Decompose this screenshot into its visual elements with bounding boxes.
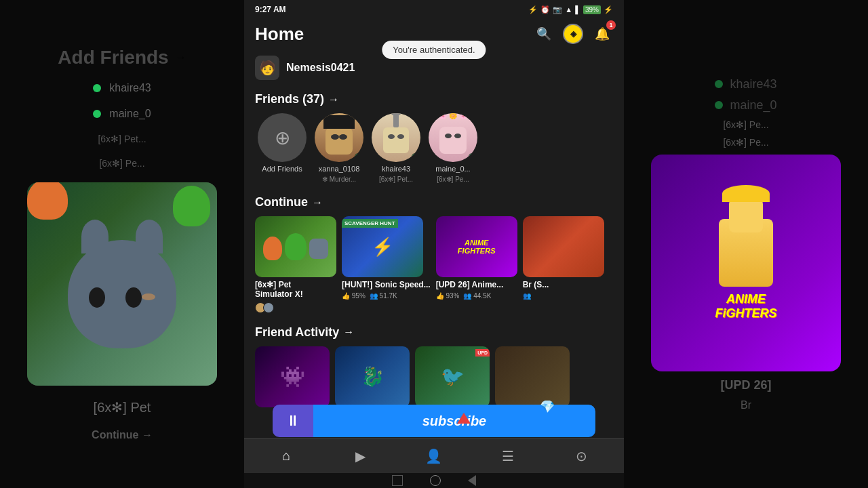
- sonic-icon: ⚡: [372, 237, 393, 258]
- right-online-dot-2: [715, 101, 723, 109]
- friend-status-maine: [6x✻] Pe...: [437, 176, 469, 183]
- cursor-arrow: [457, 413, 471, 424]
- play-icon: ▶: [355, 448, 366, 464]
- left-continue-btn: Continue →: [92, 429, 153, 441]
- right-game-preview: ANIMEFiGHTERS: [651, 155, 841, 371]
- left-add-friends-label: Add Friends: [58, 47, 168, 68]
- nav-play[interactable]: ▶: [345, 441, 375, 471]
- chat-icon: ☰: [502, 448, 514, 464]
- subscribe-pause-icon: ⏸: [273, 405, 313, 437]
- page-wrapper: Add Friends → khaire43 maine_0 [6x✻] Pet…: [0, 0, 868, 488]
- friend-status-khaire: [6x✻] Pet...: [379, 176, 413, 183]
- games-list[interactable]: [6x✻] PetSimulator X! SCAVENGER HUNT ⚡: [244, 214, 624, 319]
- sys-square-btn[interactable]: [392, 475, 403, 486]
- left-friend-name-2: maine_0: [109, 108, 151, 120]
- friends-section-header: Friends (37) →: [244, 85, 624, 110]
- notification-badge: 1: [606, 20, 616, 30]
- add-friends-item[interactable]: ⊕ Add Friends: [255, 113, 309, 183]
- online-dot-left-1: [93, 84, 101, 92]
- status-time: 9:27 AM: [255, 5, 286, 14]
- friend-name-khaire: khaire43: [382, 165, 410, 173]
- game-card-br[interactable]: Br (S... 👥: [523, 216, 604, 313]
- page-title: Home: [255, 24, 304, 45]
- game-card-anime[interactable]: ANIMEFIGHTERS [UPD 26] Anime... 👍 93% 👥 …: [436, 216, 517, 313]
- sys-home-btn[interactable]: [430, 475, 441, 486]
- sonic-players: 👥 51.7K: [370, 292, 397, 300]
- online-dot-xanna: [355, 153, 361, 160]
- br-players: 👥: [523, 292, 531, 300]
- friend-avatar-xanna: [315, 113, 363, 162]
- game-stats-pet-sim: [255, 302, 336, 313]
- sonic-rating: 👍 95%: [342, 292, 366, 300]
- status-bar: 9:27 AM ⚡ ⏰ 📷 ▲ ▌ 39% ⚡: [244, 0, 624, 19]
- charge-icon: ⚡: [604, 5, 613, 14]
- game-player-avatars: [255, 302, 274, 313]
- camera-icon: 📷: [553, 5, 562, 14]
- left-continue-label: [6x✻] Pet: [94, 399, 151, 415]
- bottom-nav: ⌂ ▶ 👤 ☰ ⊙: [244, 438, 624, 473]
- nav-avatar[interactable]: 👤: [419, 441, 449, 471]
- nav-home[interactable]: ⌂: [271, 441, 301, 471]
- activity-card-1[interactable]: 👾: [255, 346, 330, 407]
- avatar-icon: 👤: [425, 448, 442, 464]
- right-online-dot-1: [715, 80, 723, 88]
- sys-back-btn[interactable]: [468, 475, 476, 486]
- continue-arrow: →: [312, 197, 323, 209]
- nav-more[interactable]: ⊙: [567, 441, 597, 471]
- friend-name-maine: maine_0...: [435, 165, 470, 173]
- online-dot-khaire: [412, 153, 418, 160]
- friend-item-maine[interactable]: 🌸🌼🌸 maine_0... [6x✻] Pe...: [426, 113, 480, 183]
- game-thumb-br: [523, 216, 604, 277]
- activity-card-3[interactable]: UPD 🐦: [415, 346, 490, 407]
- right-side-panel: khaire43 maine_0 [6x✻] Pe... [6x✻] Pe...…: [624, 0, 868, 488]
- friends-title: Friends (37): [255, 92, 324, 106]
- friend-name-xanna: xanna_0108: [319, 165, 360, 173]
- auth-toast: You're authenticated.: [382, 41, 486, 59]
- search-button[interactable]: 🔍: [533, 23, 555, 45]
- game-title-pet-sim: [6x✻] PetSimulator X!: [255, 280, 336, 300]
- username-label: Nemesis0421: [286, 62, 355, 74]
- left-panel-friends-row: Add Friends →: [58, 47, 186, 68]
- right-friend-row-1: khaire43: [715, 77, 776, 92]
- friend-item-khaire[interactable]: khaire43 [6x✻] Pet...: [369, 113, 423, 183]
- nav-chat[interactable]: ☰: [493, 441, 523, 471]
- anime-rating: 👍 93%: [436, 292, 460, 300]
- friend-avatar-maine: 🌸🌼🌸: [429, 113, 477, 162]
- left-arrow-icon: →: [176, 52, 186, 64]
- friends-list[interactable]: ⊕ Add Friends: [244, 110, 624, 188]
- game-stats-br: 👥: [523, 292, 604, 300]
- activity-card-4[interactable]: [495, 346, 570, 407]
- friend-status-xanna: ✻ Murder...: [322, 176, 356, 183]
- game-card-sonic[interactable]: SCAVENGER HUNT ⚡ [HUNT!] Sonic Speed... …: [342, 216, 431, 313]
- wifi-icon: ▲: [565, 5, 572, 14]
- system-bar: [244, 473, 624, 488]
- right-sub-label: Br: [741, 399, 751, 411]
- activity-card-2[interactable]: 🐉: [335, 346, 410, 407]
- game-title-anime: [UPD 26] Anime...: [436, 280, 517, 289]
- game-title-br: Br (S...: [523, 280, 604, 289]
- left-game-preview: [27, 182, 217, 386]
- game-card-pet-sim[interactable]: [6x✻] PetSimulator X!: [255, 216, 336, 313]
- header-icons: 🔍 ◈ 🔔 1: [533, 23, 613, 45]
- continue-section-header: Continue →: [244, 188, 624, 214]
- left-game-tag2: [6x✻] Pe...: [99, 158, 144, 169]
- right-friend-name-1: khaire43: [730, 77, 776, 92]
- right-friend-row-2: maine_0: [715, 98, 776, 113]
- anime-players: 👥 44.5K: [463, 292, 491, 300]
- friend-activity-arrow: →: [343, 326, 354, 338]
- add-friends-circle[interactable]: ⊕: [258, 113, 307, 162]
- bluetooth-icon: ⚡: [528, 5, 538, 14]
- friends-arrow: →: [328, 94, 339, 106]
- online-dot-maine: [469, 153, 475, 160]
- subscribe-overlay: ⏸ subscribe 💎: [273, 405, 595, 437]
- notification-wrapper: 🔔 1: [591, 23, 613, 45]
- left-friend-name-1: khaire43: [109, 82, 151, 94]
- user-avatar: 🧑: [255, 56, 279, 80]
- sonic-badge: SCAVENGER HUNT: [342, 219, 398, 228]
- friend-item-xanna[interactable]: xanna_0108 ✻ Murder...: [312, 113, 366, 183]
- subscribe-diamond-icon: 💎: [540, 399, 555, 414]
- alarm-icon: ⏰: [540, 5, 550, 14]
- activity-list[interactable]: 👾 🐉 UPD 🐦: [244, 344, 624, 413]
- robux-button[interactable]: ◈: [563, 24, 583, 44]
- add-friends-label: Add Friends: [262, 165, 302, 173]
